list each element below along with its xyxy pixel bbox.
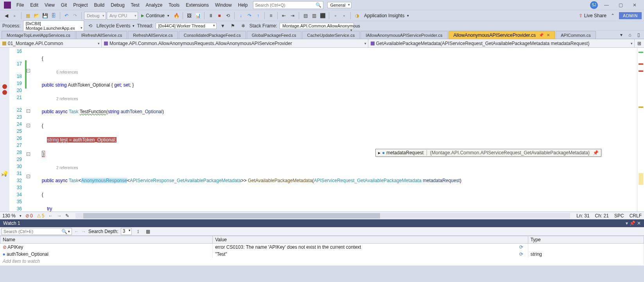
health-icon[interactable]: ✎ <box>65 213 69 219</box>
nav-prev-issue[interactable]: ← <box>48 213 53 219</box>
lightbulb-icon[interactable]: 💡 <box>2 171 9 177</box>
restart-button[interactable]: ⟲ <box>224 12 232 20</box>
horizontal-scrollbar[interactable] <box>75 213 570 219</box>
stop-button[interactable]: ■ <box>215 12 223 20</box>
class-combo[interactable]: Montage.API.Common.AllowAnonymousRequest… <box>102 39 368 47</box>
app-insights-button[interactable]: Application Insights▾ <box>362 12 411 20</box>
save-all-button[interactable]: 🗄 <box>50 12 57 20</box>
diag-button[interactable]: 📊 <box>194 12 202 20</box>
watch-tree-button[interactable]: ▦ <box>144 228 152 235</box>
enhanced-scrollbar[interactable] <box>637 48 644 212</box>
add-watch-row[interactable]: Add item to watch <box>0 258 644 265</box>
indent-in-button[interactable]: ⇥ <box>289 12 296 20</box>
step-into-button[interactable]: ↓ <box>237 12 245 20</box>
fold-toggle[interactable]: − <box>27 109 30 113</box>
uncomment-button[interactable]: ▥ <box>310 12 318 20</box>
doc-tab-active[interactable]: AllowAnonymousAPIServiceProvider.cs📌✕ <box>448 31 555 39</box>
line-indicator[interactable]: Ln: 31 <box>576 213 589 219</box>
menu-tools[interactable]: Tools <box>165 1 183 9</box>
menu-build[interactable]: Build <box>91 1 108 9</box>
doc-tab[interactable]: IRefreshAllService.cs <box>76 31 127 39</box>
maximize-button[interactable]: ▢ <box>615 1 626 9</box>
watch-row[interactable]: ⊘ APIKey error CS0103: The name 'APIKey'… <box>0 244 644 251</box>
fold-toggle[interactable]: − <box>27 69 30 72</box>
member-combo[interactable]: GetAvailablePackageMetadata(APIServiceRe… <box>368 39 635 47</box>
breakpoint-icon[interactable] <box>2 84 7 89</box>
new-item-button[interactable]: ▦ <box>24 12 32 20</box>
filter-thread-button[interactable]: ▼ <box>219 22 227 30</box>
nav-fwd-button[interactable]: ▸ <box>11 12 19 20</box>
watch-search-input[interactable] <box>4 229 61 234</box>
doc-tab[interactable]: GlobalPackageFeed.cs <box>247 31 301 39</box>
menu-test[interactable]: Test <box>128 1 143 9</box>
col-value[interactable]: Value <box>213 236 528 244</box>
menu-help[interactable]: Help <box>235 1 251 9</box>
fold-toggle[interactable]: − <box>27 152 30 156</box>
thread-combo[interactable]: [0x44C4] Worker Thread <box>156 23 217 29</box>
watch-row[interactable]: ● authToken_Optional "Test"⟳ string <box>0 251 644 258</box>
refresh-icon[interactable]: ⟳ <box>519 251 526 257</box>
breakpoint-icon[interactable] <box>2 90 7 95</box>
comment-button[interactable]: ▤ <box>301 12 309 20</box>
stack-combo[interactable]: Montage.API.Common.AllowAnonymous <box>280 23 354 29</box>
tab-overflow-button[interactable]: ▾ <box>617 31 625 39</box>
doc-tab[interactable]: CacheUpdaterService.cs <box>302 31 360 39</box>
nav-next-button[interactable]: → <box>81 229 86 234</box>
pin-icon[interactable]: 📌 <box>539 33 544 37</box>
depth-combo[interactable]: 3 <box>121 228 132 235</box>
autohide-button[interactable]: 📌 <box>630 221 635 226</box>
continue-button[interactable]: ▶ Continue▾ <box>139 12 172 20</box>
misc-button-1[interactable]: ▫ <box>332 12 339 20</box>
minimize-button[interactable]: — <box>601 1 612 9</box>
process-combo[interactable]: [0xCB8] Montage.LauncherApp.ex <box>23 20 84 31</box>
pin-datatip-icon[interactable]: 📌 <box>593 150 599 155</box>
platform-combo[interactable]: Any CPU <box>107 12 138 20</box>
doc-tab[interactable]: MontageTopLevelAppServices.cs <box>2 31 75 39</box>
col-type[interactable]: Type <box>528 236 644 244</box>
open-button[interactable]: 📂 <box>32 12 40 20</box>
save-button[interactable]: 💾 <box>41 12 49 20</box>
close-panel-button[interactable]: ✕ <box>637 221 641 226</box>
global-search[interactable]: 🔍 <box>253 1 323 9</box>
split-editor-button[interactable]: ⊞ <box>635 39 644 47</box>
redo-button[interactable]: ↷ <box>71 12 79 20</box>
indent-out-button[interactable]: ⇤ <box>280 12 288 20</box>
error-count[interactable]: ⊘0 <box>25 213 33 219</box>
doc-tab[interactable]: APICommon.cs <box>556 31 596 39</box>
freeze-thread-button[interactable]: ❄ <box>239 22 247 30</box>
nav-back-button[interactable]: ◀ <box>2 12 10 20</box>
tab-split-button[interactable]: ▯ <box>635 31 642 39</box>
eol-indicator[interactable]: CRLF <box>630 213 642 219</box>
live-share-button[interactable]: ⇪Live Share <box>579 13 606 18</box>
undo-button[interactable]: ↶ <box>63 12 70 20</box>
menu-window[interactable]: Window <box>212 1 235 9</box>
user-avatar[interactable]: SJ <box>590 1 598 9</box>
bookmark-button[interactable]: ⬛ <box>319 12 326 20</box>
menu-git[interactable]: Git <box>58 1 70 9</box>
lifecycle-label[interactable]: Lifecycle Events <box>97 23 131 29</box>
watch-search[interactable]: 🔍▾ <box>2 228 72 235</box>
tab-home-button[interactable]: ⌂ <box>626 31 634 39</box>
config-combo[interactable]: Debug <box>84 12 106 20</box>
nav-prev-button[interactable]: ← <box>74 229 79 234</box>
watch-grid[interactable]: Name Value Type ⊘ APIKey error CS0103: T… <box>0 236 644 266</box>
zoom-level[interactable]: 130 % <box>2 213 16 219</box>
doc-tab[interactable]: IAllowAnonymousAPIServiceProvider.cs <box>361 31 447 39</box>
close-tab-icon[interactable]: ✕ <box>547 33 550 37</box>
watch-panel-title[interactable]: Watch 1 ▾ 📌 ✕ <box>0 219 644 227</box>
indent-indicator[interactable]: SPC <box>614 213 624 219</box>
menu-project[interactable]: Project <box>70 1 91 9</box>
misc-button-2[interactable]: ▫ <box>340 12 348 20</box>
lifecycle-icon[interactable]: ⟲ <box>86 22 94 30</box>
hot-reload-button[interactable]: 🔥 <box>172 12 180 20</box>
global-search-input[interactable] <box>255 3 316 7</box>
solution-config-combo[interactable]: General <box>327 2 351 8</box>
refresh-icon[interactable]: ⟳ <box>519 244 526 250</box>
watch-options-button[interactable]: ⟟ <box>134 228 142 235</box>
flag-thread-button[interactable]: ⚑ <box>229 22 237 30</box>
warning-count[interactable]: ⚠5 <box>37 213 45 219</box>
doc-tab[interactable]: ConsolidatedPackageFeed.cs <box>179 31 246 39</box>
col-indicator[interactable]: Ch: 21 <box>595 213 609 219</box>
nav-next-issue[interactable]: → <box>57 213 61 219</box>
code-editor[interactable]: ➤ 💡 16 17 18 19 20 21 22 23 24 25 26 27 … <box>0 48 644 212</box>
